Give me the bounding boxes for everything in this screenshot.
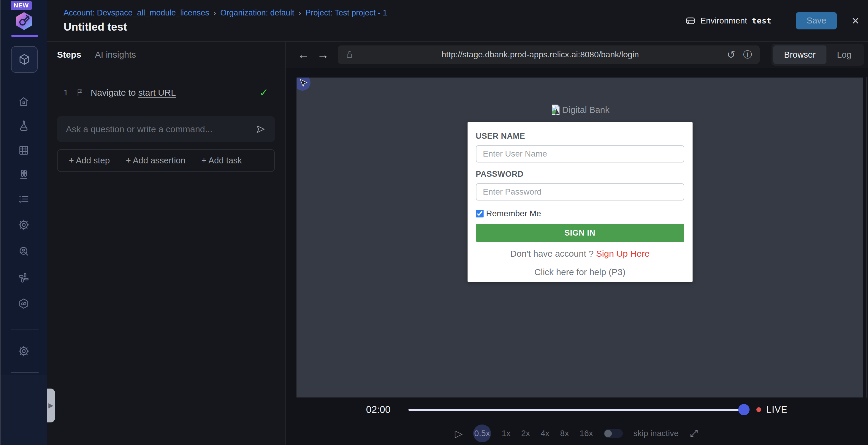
sidebar-expand-handle[interactable]: ▶ (47, 389, 55, 422)
sign-up-link[interactable]: Sign Up Here (596, 249, 650, 259)
sidebar-item-pipelines[interactable] (17, 297, 30, 310)
sidebar-item-configuration[interactable] (17, 218, 30, 231)
cube-icon (18, 53, 31, 66)
breadcrumb-organization[interactable]: Organization: default (220, 8, 294, 18)
new-badge: NEW (11, 1, 32, 10)
panel-expand-icon: ▶ (49, 402, 54, 409)
breadcrumb-separator: › (294, 8, 305, 18)
play-icon[interactable]: ▷ (455, 428, 463, 439)
breadcrumb-account[interactable]: Account: Devspace_all_module_licenses (64, 8, 209, 18)
flask-icon (18, 120, 30, 132)
breadcrumb-project[interactable]: Project: Test project - 1 (306, 8, 388, 18)
password-label: PASSWORD (476, 170, 684, 179)
live-label: LIVE (767, 404, 787, 415)
tab-steps[interactable]: Steps (57, 50, 81, 60)
sidebar-item-home[interactable] (17, 95, 30, 108)
view-switcher: Browser Log (772, 44, 864, 66)
sidebar-item-test-builder[interactable] (11, 46, 38, 73)
environment-selector[interactable]: Environment test (685, 16, 772, 26)
slider-handle[interactable] (738, 404, 749, 415)
browser-viewport[interactable]: Digital Bank USER NAME PASSWORD Remember… (297, 78, 863, 397)
sidebar-item-checklist[interactable] (17, 192, 30, 206)
back-icon[interactable]: ← (298, 49, 309, 61)
refresh-icon[interactable]: ↺ (727, 50, 736, 60)
elapsed-time: 02:00 (366, 404, 391, 415)
speed-label: 0.5x (474, 429, 490, 438)
lock-open-icon (345, 50, 353, 59)
playback-controls: ▷ 0.5x 1x 2x 4x 8x 16x skip inactive (286, 424, 868, 442)
dbank-logo-alt-text: Digital Bank (562, 105, 610, 115)
send-icon[interactable] (255, 124, 266, 135)
sidebar-item-suites[interactable] (17, 144, 30, 157)
signup-prefix: Don't have account ? (510, 249, 596, 259)
url-text[interactable]: http://stage.dbank.prod-apps.relicx.ai:8… (353, 50, 727, 59)
command-input[interactable] (66, 124, 249, 134)
grid-icon (18, 144, 30, 156)
main-area: Account: Devspace_all_module_licenses › … (47, 0, 868, 445)
hexagon-link-icon (18, 298, 30, 309)
tab-log[interactable]: Log (827, 50, 862, 60)
tab-ai-insights[interactable]: AI insights (95, 50, 136, 60)
help-link[interactable]: Click here for help (P3) (476, 267, 684, 277)
broken-image-icon (550, 104, 561, 116)
toggle-knob (604, 430, 612, 437)
info-icon[interactable]: ⓘ (743, 50, 752, 59)
browser-panel: ← → http://stage.dbank.prod-apps.relicx.… (286, 41, 868, 445)
skip-inactive-toggle[interactable] (604, 429, 623, 438)
app-window: NEW (0, 0, 868, 445)
steps-panel: Steps AI insights 1 Navigate to start UR… (47, 41, 286, 445)
environment-icon (685, 16, 696, 26)
logo-accent-bar (11, 35, 38, 37)
speed-8x-button[interactable]: 8x (560, 429, 569, 438)
gear-icon (18, 345, 30, 357)
breadcrumb-separator: › (209, 8, 220, 18)
username-field[interactable] (476, 145, 684, 162)
add-task-button[interactable]: + Add task (202, 156, 242, 166)
sign-in-button[interactable]: SIGN IN (476, 224, 684, 242)
command-box (57, 116, 275, 142)
close-icon[interactable]: × (852, 14, 859, 27)
forward-icon[interactable]: → (317, 49, 329, 61)
tab-browser[interactable]: Browser (773, 46, 826, 64)
timeline-slider[interactable] (408, 409, 744, 411)
sidebar-item-integrations[interactable] (17, 271, 30, 284)
browser-toolbar: ← → http://stage.dbank.prod-apps.relicx.… (286, 41, 868, 68)
environment-label: Environment (701, 16, 747, 26)
start-url-link[interactable]: start URL (138, 88, 176, 97)
fullscreen-expand-icon[interactable] (689, 429, 699, 438)
steps-tabs: Steps AI insights (47, 41, 285, 68)
speed-1x-button[interactable]: 1x (502, 429, 510, 438)
sidebar: NEW (1, 0, 47, 445)
breadcrumb: Account: Devspace_all_module_licenses › … (64, 8, 387, 18)
sidebar-item-settings[interactable] (17, 345, 30, 358)
step-actions-bar: + Add step + Add assertion + Add task (57, 149, 275, 172)
speed-4x-button[interactable]: 4x (540, 429, 550, 438)
password-field[interactable] (476, 183, 684, 201)
add-assertion-button[interactable]: + Add assertion (126, 156, 186, 166)
save-button[interactable]: Save (796, 12, 837, 29)
sidebar-bottom-section: ? AU (1, 375, 47, 445)
cursor-icon (299, 79, 308, 88)
speed-0.5x-button[interactable]: 0.5x (473, 424, 491, 442)
skip-inactive-label: skip inactive (633, 429, 679, 438)
step-row-1[interactable]: 1 Navigate to start URL ✓ (57, 86, 275, 99)
step-number: 1 (64, 88, 68, 97)
speed-16x-button[interactable]: 16x (580, 429, 593, 438)
sidebar-item-personas[interactable] (17, 245, 30, 258)
remember-checkbox[interactable] (476, 210, 484, 217)
live-dot (756, 407, 761, 412)
sidebar-item-runs[interactable] (17, 168, 30, 181)
checklist-icon (18, 193, 30, 205)
browser-scrollbar[interactable] (866, 77, 867, 398)
add-step-button[interactable]: + Add step (69, 156, 110, 166)
app-logo-icon[interactable] (14, 12, 34, 31)
speed-2x-button[interactable]: 2x (521, 429, 530, 438)
test-tubes-icon (18, 169, 30, 181)
environment-value: test (752, 16, 772, 25)
signup-row: Don't have account ? Sign Up Here (476, 249, 684, 259)
url-bar[interactable]: http://stage.dbank.prod-apps.relicx.ai:8… (338, 46, 760, 64)
step-text-prefix: Navigate to (91, 88, 138, 97)
integrations-icon (18, 272, 30, 284)
sidebar-item-tests[interactable] (17, 119, 30, 132)
gear-icon (18, 219, 30, 231)
